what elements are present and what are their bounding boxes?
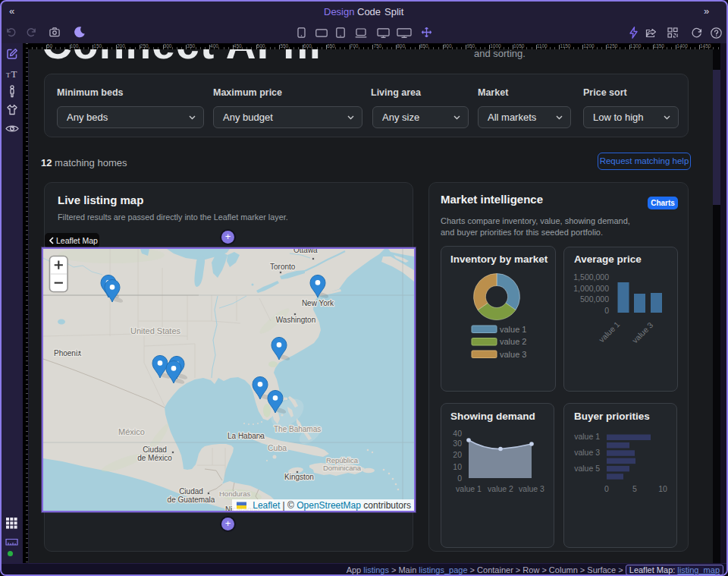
svg-text:de México: de México	[137, 454, 172, 462]
svg-text:Ciudad: Ciudad	[143, 445, 167, 454]
svg-text:Ciudad: Ciudad	[179, 487, 203, 496]
svg-text:T: T	[11, 68, 17, 80]
svg-text:Ottawa: Ottawa	[293, 249, 318, 254]
svg-text:Dominicana: Dominicana	[323, 464, 362, 472]
svg-text:T: T	[6, 71, 11, 79]
svg-text:United States: United States	[130, 326, 181, 335]
svg-text:New York: New York	[302, 299, 334, 307]
svg-text:Leaflet | © OpenStreetMap cont: Leaflet | © OpenStreetMap contributors	[253, 500, 411, 511]
svg-text:Kingston: Kingston	[284, 473, 314, 481]
svg-text:Washington: Washington	[276, 316, 315, 324]
svg-text:México: México	[118, 427, 145, 436]
svg-text:de Guatemala: de Guatemala	[168, 496, 215, 504]
svg-text:Cuba: Cuba	[268, 443, 287, 452]
svg-text:Honduras: Honduras	[219, 489, 250, 498]
svg-text:La Habana: La Habana	[228, 432, 265, 440]
svg-text:Phoenix: Phoenix	[54, 349, 81, 357]
svg-text:Toronto: Toronto	[270, 263, 296, 271]
svg-text:The Bahamas: The Bahamas	[274, 425, 321, 433]
